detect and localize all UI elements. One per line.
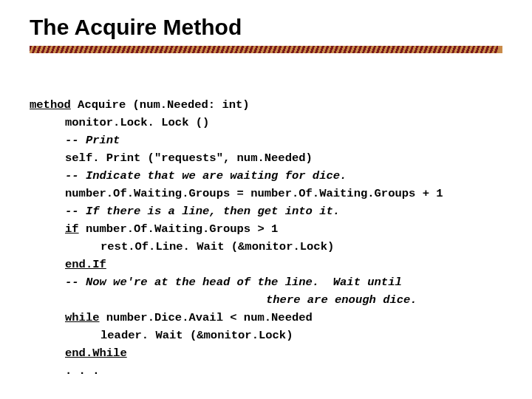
- line-7: -- If there is a line, then get into it.: [30, 202, 340, 220]
- line-1: method Acquire (num.Needed: int): [30, 98, 250, 112]
- line-12: while number.Dice.Avail < num.Needed: [30, 309, 313, 327]
- line-11: -- Now we're at the head of the line. Wa…: [30, 273, 402, 291]
- title-divider: [30, 46, 502, 53]
- line-12-rest: number.Dice.Avail < num.Needed: [100, 311, 313, 324]
- line-6: number.Of.Waiting.Groups = number.Of.Wai…: [30, 185, 443, 202]
- line-8: if number.Of.Waiting.Groups > 1: [30, 220, 278, 238]
- line-10: end.If: [30, 256, 106, 273]
- kw-if: if: [65, 222, 79, 236]
- kw-method: method: [30, 98, 71, 112]
- line-3: -- Print: [30, 132, 120, 149]
- line-11b: there are enough dice.: [30, 291, 417, 309]
- line-14: end.While: [30, 344, 127, 362]
- line-1-rest: Acquire (num.Needed: int): [71, 98, 250, 112]
- line-15: . . .: [30, 362, 100, 380]
- line-9: rest.Of.Line. Wait (&monitor.Lock): [30, 238, 334, 256]
- kw-while: while: [65, 311, 100, 324]
- line-4: self. Print ("requests", num.Needed): [30, 149, 313, 167]
- code-block: method Acquire (num.Needed: int) monitor…: [30, 78, 502, 380]
- line-8-rest: number.Of.Waiting.Groups > 1: [79, 222, 279, 236]
- page-title: The Acquire Method: [30, 15, 502, 40]
- line-13: leader. Wait (&monitor.Lock): [30, 327, 293, 344]
- line-5: -- Indicate that we are waiting for dice…: [30, 167, 347, 185]
- line-2: monitor.Lock. Lock (): [30, 114, 209, 132]
